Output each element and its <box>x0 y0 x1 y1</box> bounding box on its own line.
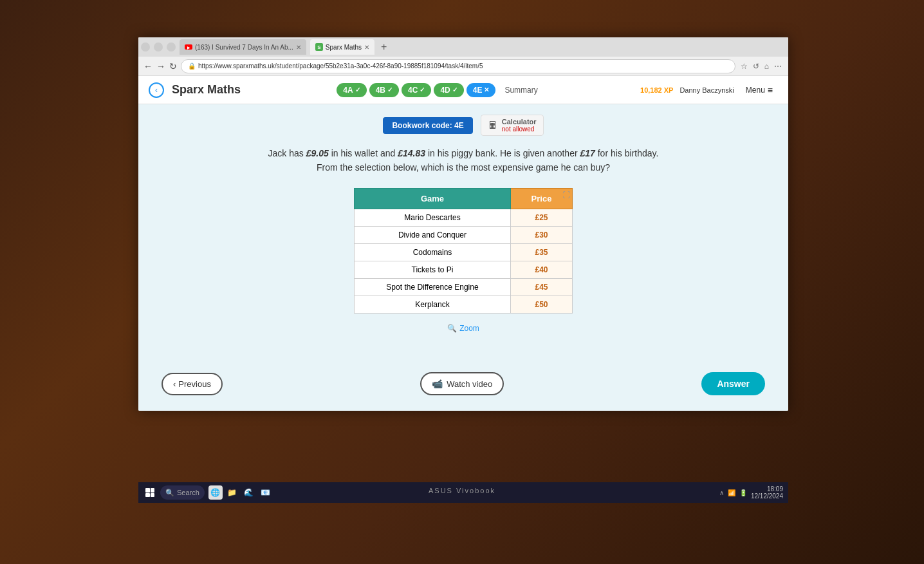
tab-summary[interactable]: Summary <box>498 83 544 97</box>
more-icon[interactable]: ⋯ <box>773 61 783 72</box>
game-cell: Kerplanck <box>355 296 511 313</box>
zoom-link[interactable]: 🔍 Zoom <box>447 324 479 333</box>
home-icon[interactable]: ⌂ <box>763 61 770 72</box>
bookwork-code-badge: Bookwork code: 4E <box>383 117 472 134</box>
tab-4B-label: 4B <box>376 86 385 95</box>
zoom-search-icon: 🔍 <box>447 324 457 333</box>
browser-action-icons: ☆ ↺ ⌂ ⋯ <box>739 61 783 72</box>
taskbar-app4-icon[interactable]: 📧 <box>259 485 273 500</box>
taskbar-files-icon[interactable]: 📁 <box>225 485 239 500</box>
sparx-app: ‹ Sparx Maths 4A ✓ 4B ✓ 4C ✓ 4D ✓ <box>138 76 788 411</box>
zoom-label: Zoom <box>459 324 479 333</box>
prev-label: Previous <box>178 379 211 389</box>
tab-4C[interactable]: 4C ✓ <box>402 83 431 97</box>
calculator-label: Calculator <box>502 118 537 126</box>
tab-4B[interactable]: 4B ✓ <box>369 83 399 97</box>
price-cell: £25 <box>510 209 572 226</box>
answer-button[interactable]: Answer <box>701 372 765 395</box>
amount-2: £14.83 <box>398 148 425 158</box>
table-row: Kerplanck£50 <box>355 296 573 313</box>
sparx-back-button[interactable]: ‹ <box>149 82 164 98</box>
bottom-buttons: ‹ Previous 📹 Watch video Answer <box>149 367 778 400</box>
back-arrow[interactable]: ← <box>143 61 152 71</box>
browser-close-btn[interactable] <box>167 42 176 52</box>
refresh-icon[interactable]: ↺ <box>752 61 761 72</box>
sparx-nav-tabs: 4A ✓ 4B ✓ 4C ✓ 4D ✓ 4E ✕ <box>248 83 633 97</box>
price-cell: £50 <box>510 296 572 313</box>
game-table: Game Price Mario Descartes£25Divide and … <box>354 188 573 314</box>
taskbar-edge-icon[interactable]: 🌊 <box>242 485 256 500</box>
tab-sparx[interactable]: S Sparx Maths ✕ <box>310 39 374 55</box>
screen: ▶ (163) I Survived 7 Days In An Ab... ✕ … <box>138 37 788 411</box>
forward-arrow[interactable]: → <box>156 61 165 71</box>
tab-bar: ▶ (163) I Survived 7 Days In An Ab... ✕ … <box>138 37 788 57</box>
menu-label: Menu <box>746 86 765 95</box>
game-cell: Divide and Conquer <box>355 226 511 243</box>
question-line1: Jack has £9.05 in his wallet and £14.83 … <box>268 146 659 160</box>
price-cell: £45 <box>510 278 572 296</box>
tab-4D[interactable]: 4D ✓ <box>434 83 463 97</box>
tab-4A-label: 4A <box>343 86 353 95</box>
price-cell: £35 <box>510 243 572 261</box>
taskbar-app-icons: 🌐 📁 🌊 📧 <box>208 485 273 500</box>
tab-4D-label: 4D <box>440 86 450 95</box>
taskbar-expand-icon[interactable]: ∧ <box>719 489 724 496</box>
tab-4E-label: 4E <box>473 86 483 95</box>
menu-button[interactable]: Menu ≡ <box>741 82 778 98</box>
tab-4C-check: ✓ <box>420 86 425 93</box>
table-row: Codomains£35 <box>355 243 573 261</box>
taskbar-date-display: 12/12/2024 <box>751 493 783 500</box>
refresh-btn[interactable]: ↻ <box>169 61 177 71</box>
calculator-icon: 🖩 <box>488 120 498 131</box>
sparx-user-area: 10,182 XP Danny Baczynski Menu ≡ <box>640 82 778 98</box>
address-bar[interactable]: 🔒 https://www.sparxmaths.uk/student/pack… <box>181 59 735 73</box>
question-text: Jack has £9.05 in his wallet and £14.83 … <box>268 146 659 175</box>
battery-icon: 🔋 <box>739 489 747 496</box>
game-cell: Spot the Difference Engine <box>355 278 511 296</box>
table-row: Divide and Conquer£30 <box>355 226 573 243</box>
price-cell: £40 <box>510 261 572 278</box>
tab-4A-check: ✓ <box>355 86 360 93</box>
tab-4D-check: ✓ <box>452 86 457 93</box>
sparx-back-icon: ‹ <box>155 86 158 95</box>
taskbar-datetime: 18:09 12/12/2024 <box>751 485 783 500</box>
col-header-game: Game <box>355 188 511 209</box>
tab-youtube-label: (163) I Survived 7 Days In An Ab... <box>195 44 293 51</box>
star-icon[interactable]: ☆ <box>739 61 749 72</box>
previous-button[interactable]: ‹ Previous <box>162 373 223 395</box>
amount-3: £17 <box>580 148 595 158</box>
windows-logo <box>145 488 154 497</box>
menu-icon: ≡ <box>768 85 773 95</box>
browser-restore-btn[interactable] <box>154 42 163 52</box>
calculator-status: not allowed <box>502 126 537 133</box>
taskbar-chrome-icon[interactable]: 🌐 <box>208 485 223 500</box>
tab-youtube-close[interactable]: ✕ <box>296 44 301 51</box>
taskbar-search-bar[interactable]: 🔍 Search <box>160 485 205 500</box>
tab-youtube[interactable]: ▶ (163) I Survived 7 Days In An Ab... ✕ <box>180 39 306 55</box>
youtube-icon: ▶ <box>185 44 192 50</box>
windows-start-button[interactable] <box>143 486 156 499</box>
watch-video-button[interactable]: 📹 Watch video <box>420 372 504 395</box>
new-tab-btn[interactable]: + <box>378 41 389 53</box>
game-cell: Mario Descartes <box>355 209 511 226</box>
table-row: Spot the Difference Engine£45 <box>355 278 573 296</box>
username-display: Danny Baczynski <box>679 86 734 94</box>
prev-chevron: ‹ <box>173 379 176 389</box>
price-cell: £30 <box>510 226 572 243</box>
sparx-header: ‹ Sparx Maths 4A ✓ 4B ✓ 4C ✓ 4D ✓ <box>138 76 788 104</box>
sparx-tab-icon: S <box>315 43 323 51</box>
calculator-info: 🖩 Calculator not allowed <box>481 115 544 136</box>
tab-sparx-close[interactable]: ✕ <box>364 44 369 51</box>
browser-minimize-btn[interactable] <box>141 42 150 52</box>
tab-4E[interactable]: 4E ✕ <box>467 83 496 97</box>
bookwork-row: Bookwork code: 4E 🖩 Calculator not allow… <box>383 115 543 136</box>
taskbar-search-text: Search <box>177 489 199 496</box>
expand-icon[interactable]: ⛶ <box>562 191 570 200</box>
tab-4A[interactable]: 4A ✓ <box>337 83 366 97</box>
lock-icon: 🔒 <box>188 62 196 70</box>
tab-summary-label: Summary <box>504 86 537 95</box>
sparx-content: Bookwork code: 4E 🖩 Calculator not allow… <box>138 104 788 411</box>
tab-4B-check: ✓ <box>387 86 393 93</box>
game-cell: Tickets to Pi <box>355 261 511 278</box>
taskbar-time-display: 18:09 <box>751 485 783 493</box>
